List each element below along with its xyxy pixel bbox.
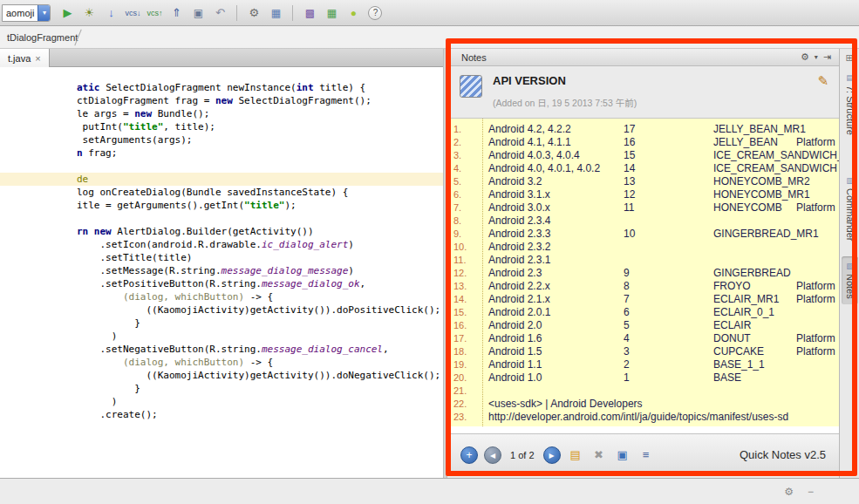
help-icon[interactable]: ? [365, 3, 385, 23]
note-row: 2.Android 4.1, 4.1.116JELLY_BEANPlatform [447, 136, 839, 149]
code-line: itle = getArguments().getInt("title"); [0, 199, 443, 212]
note-col-codename: HONEYCOMB [713, 201, 782, 215]
note-body[interactable]: 1.Android 4.2, 4.2.217JELLY_BEAN_MR12.An… [447, 119, 839, 433]
note-col-version: Android 2.3 [488, 267, 542, 280]
note-row: 1.Android 4.2, 4.2.217JELLY_BEAN_MR1 [447, 123, 839, 136]
diff-icon[interactable]: ▣ [188, 3, 208, 23]
note-row: 20.Android 1.01BASE [447, 371, 839, 385]
tool-window-button-notes[interactable]: ▧Notes [842, 256, 858, 304]
android-icon[interactable]: ● [344, 3, 363, 23]
code-line: .setNegativeButton(R.string.message_dial… [0, 343, 443, 356]
settings-icon-glyph: ⚙ [249, 6, 260, 19]
run-button-glyph: ▶ [63, 6, 72, 19]
note-row: 16.Android 2.05ECLAIR [447, 319, 839, 332]
sdk-manager-icon-glyph: ▩ [305, 7, 315, 19]
tool-window-label: Commander [845, 188, 856, 242]
hide-panel-icon[interactable]: ⇥ [823, 51, 831, 63]
line-number: 9. [453, 228, 461, 241]
upload-icon[interactable]: ⇑ [167, 3, 186, 23]
vcs-commit-icon[interactable]: vcs↑ [145, 3, 164, 23]
note-row: 18.Android 1.53CUPCAKEPlatform [447, 345, 839, 358]
run-configuration-combo[interactable]: aomoji ▾ [2, 4, 51, 22]
main-toolbar: aomoji ▾ ▶☀↓vcs↓vcs↑⇑▣↶⚙▦▩▦●? [0, 0, 859, 26]
line-number: 11. [453, 254, 466, 267]
avd-manager-icon[interactable]: ▦ [322, 3, 341, 23]
breadcrumb[interactable]: tDialogFragment [7, 26, 78, 49]
code-line: } [0, 382, 443, 395]
note-text: <uses-sdk> | Android Developers [488, 398, 643, 411]
save-note-button[interactable]: ▣ [614, 446, 631, 464]
download-icon[interactable]: ↓ [101, 3, 120, 23]
sdk-manager-icon[interactable]: ▩ [300, 3, 319, 23]
tool-window-bar-icon[interactable]: ⊞ [842, 52, 856, 64]
note-col-codename: ECLAIR_0_1 [713, 306, 774, 319]
note-row: 5.Android 3.213HONEYCOMB_MR2 [447, 175, 839, 188]
gear-icon[interactable]: ⚙ [784, 486, 794, 498]
notes-icon: ▧ [846, 262, 855, 270]
line-number: 2. [453, 136, 461, 149]
code-line: .setTitle(title) [0, 251, 443, 264]
note-col-extra: Platform [796, 136, 835, 149]
undo-icon[interactable]: ↶ [210, 3, 229, 23]
vcs-update-icon[interactable]: vcs↓ [123, 3, 142, 23]
code-line: ((KaomojiActivity)getActivity()).doNegat… [0, 369, 443, 382]
help-icon-glyph: ? [368, 6, 382, 20]
line-number: 21. [453, 385, 467, 398]
prev-note-button[interactable]: ◂ [484, 446, 501, 464]
project-structure-icon[interactable]: ▦ [266, 3, 285, 23]
note-col-version: Android 2.3.3 [488, 228, 550, 241]
note-col-codename: HONEYCOMB_MR1 [713, 188, 810, 201]
note-col-version: Android 3.1.x [488, 188, 550, 201]
notes-tool-window: Notes ⚙ ▾ ⇥ API VERSION (Added on 日, 19 … [447, 49, 839, 475]
project-structure-icon-glyph: ▦ [271, 7, 281, 19]
run-button[interactable]: ▶ [58, 3, 77, 23]
settings-icon[interactable]: ⚙ [244, 3, 263, 23]
line-number: 7. [453, 201, 461, 215]
run-coverage-icon-glyph: ☀ [85, 6, 95, 19]
note-col-extra: Platform [796, 280, 835, 293]
run-coverage-icon[interactable]: ☀ [79, 3, 99, 23]
note-col-codename: BASE_1_1 [713, 358, 765, 371]
note-col-version: Android 2.1.x [488, 293, 550, 306]
tool-window-button-structure[interactable]: ▤7: Structure [842, 68, 858, 140]
add-note-button[interactable]: + [460, 446, 478, 464]
line-number: 16. [453, 319, 467, 332]
note-header: API VERSION (Added on 日, 19 5 2013 7:53 … [447, 66, 839, 119]
code-line: atic SelectDialogFragment newInstance(in… [0, 81, 443, 94]
tool-window-button-commander[interactable]: ▥Commander [842, 171, 858, 247]
line-number: 10. [453, 241, 467, 254]
note-text: http://developer.android.com/intl/ja/gui… [488, 411, 788, 424]
gear-icon[interactable]: ⚙ [801, 51, 809, 63]
note-col-api-level: 12 [624, 188, 635, 201]
page-indicator: 1 of 2 [510, 450, 535, 460]
close-icon[interactable]: × [35, 53, 40, 64]
delete-note-button[interactable]: ✖ [590, 446, 608, 464]
code-line: .setMessage(R.string.message_dialog_mess… [0, 264, 443, 277]
code-line: ) [0, 395, 443, 408]
note-col-version: Android 4.1, 4.1.1 [488, 136, 571, 149]
tab-file[interactable]: t.java × [0, 49, 50, 67]
chevron-down-icon[interactable]: ▾ [37, 5, 50, 21]
note-text-area[interactable]: 1.Android 4.2, 4.2.217JELLY_BEAN_MR12.An… [447, 119, 839, 426]
note-col-codename: GINGERBREAD_MR1 [713, 228, 819, 241]
note-col-codename: CUPCAKE [713, 345, 764, 358]
note-col-extra: Platform [796, 332, 835, 345]
minimize-icon[interactable]: − [808, 486, 814, 498]
code-line [0, 212, 443, 225]
notes-panel-header-icons: ⚙ ▾ ⇥ [801, 51, 831, 63]
chevron-down-icon[interactable]: ▾ [815, 53, 818, 61]
note-row: 22.<uses-sdk> | Android Developers [447, 398, 839, 411]
code-editor[interactable]: atic SelectDialogFragment newInstance(in… [0, 67, 443, 478]
note-col-codename: ECLAIR [713, 319, 751, 332]
code-line: (dialog, whichButton) -> { [0, 356, 443, 369]
code-line: } [0, 317, 443, 330]
edit-note-button[interactable]: ✎ [817, 73, 828, 89]
note-row: 9.Android 2.3.310GINGERBREAD_MR1 [447, 228, 839, 241]
note-col-api-level: 5 [624, 319, 630, 332]
next-note-button[interactable]: ▸ [543, 446, 561, 464]
calendar-icon[interactable]: ▤ [567, 446, 584, 464]
note-col-api-level: 17 [624, 123, 635, 136]
note-row: 21. [447, 385, 839, 398]
note-list-button[interactable]: ≡ [637, 446, 655, 464]
tool-window-bar: ⊞ ▤7: Structure▥Commander▧Notes [839, 49, 859, 478]
